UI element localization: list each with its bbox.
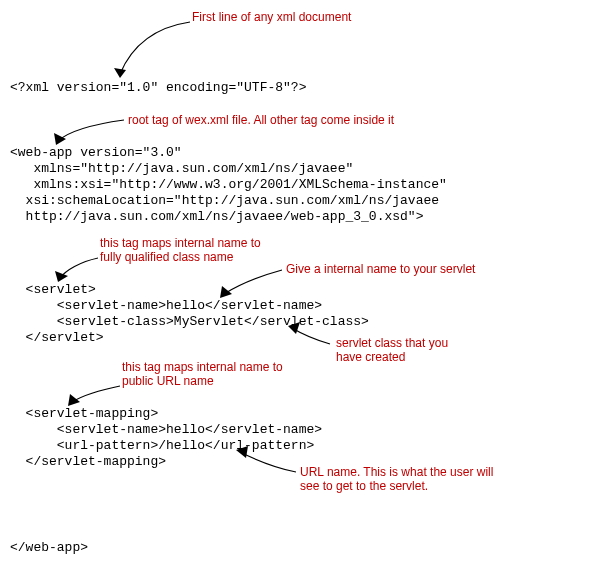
svg-marker-5	[68, 394, 80, 406]
code-webapp-line5: http://java.sun.com/xml/ns/javaee/web-ap…	[10, 209, 423, 224]
note-mapping-tag-line2: public URL name	[122, 374, 214, 388]
svg-marker-2	[55, 271, 68, 282]
code-servlet-class: <servlet-class>MyServlet</servlet-class>	[10, 314, 369, 329]
svg-marker-0	[114, 68, 126, 78]
note-mapping-tag-line1: this tag maps internal name to	[122, 360, 283, 374]
note-servlet-class: servlet class that you have created	[336, 336, 448, 365]
note-servlet-tag-line1: this tag maps internal name to	[100, 236, 261, 250]
svg-marker-1	[54, 133, 66, 145]
note-servlet-class-line2: have created	[336, 350, 405, 364]
code-mapping-open: <servlet-mapping>	[10, 406, 158, 421]
note-root-tag: root tag of wex.xml file. All other tag …	[128, 113, 394, 127]
note-servlet-class-line1: servlet class that you	[336, 336, 448, 350]
code-webapp-close: </web-app>	[10, 540, 88, 555]
code-servlet-name: <servlet-name>hello</servlet-name>	[10, 298, 322, 313]
code-url-pattern: <url-pattern>/hello</url-pattern>	[10, 438, 314, 453]
code-servlet-open: <servlet>	[10, 282, 96, 297]
note-xml-decl: First line of any xml document	[192, 10, 351, 24]
note-url-pattern: URL name. This is what the user will see…	[300, 465, 493, 494]
code-mapping-name: <servlet-name>hello</servlet-name>	[10, 422, 322, 437]
code-webapp-line3: xmlns:xsi="http://www.w3.org/2001/XMLSch…	[10, 177, 447, 192]
note-url-pattern-line2: see to get to the servlet.	[300, 479, 428, 493]
note-servlet-name: Give a internal name to your servlet	[286, 262, 475, 276]
code-mapping-close: </servlet-mapping>	[10, 454, 166, 469]
code-webapp-line2: xmlns="http://java.sun.com/xml/ns/javaee…	[10, 161, 353, 176]
code-webapp-line1: <web-app version="3.0"	[10, 145, 182, 160]
note-mapping-tag: this tag maps internal name to public UR…	[122, 360, 283, 389]
note-url-pattern-line1: URL name. This is what the user will	[300, 465, 493, 479]
note-servlet-tag-line2: fully qualified class name	[100, 250, 233, 264]
code-servlet-close: </servlet>	[10, 330, 104, 345]
svg-marker-3	[220, 286, 232, 298]
code-xml-decl: <?xml version="1.0" encoding="UTF-8"?>	[10, 80, 306, 95]
code-webapp-line4: xsi:schemaLocation="http://java.sun.com/…	[10, 193, 439, 208]
note-servlet-tag: this tag maps internal name to fully qua…	[100, 236, 261, 265]
